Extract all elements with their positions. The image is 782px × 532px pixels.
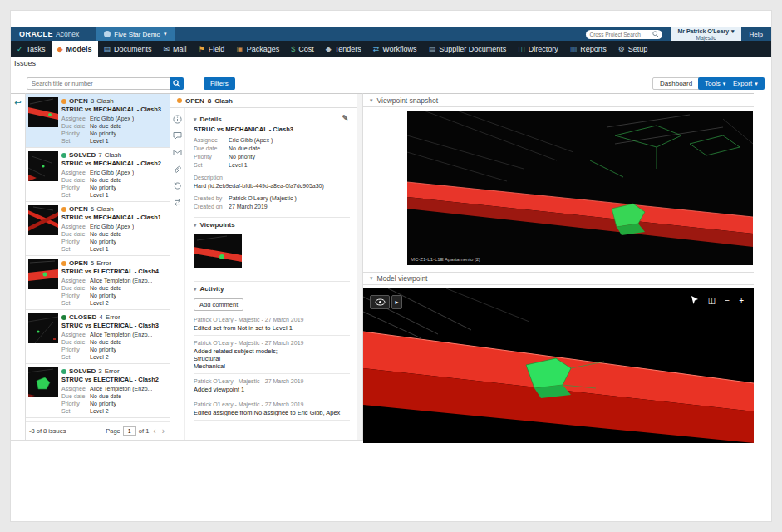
field-label: Assignee	[61, 115, 90, 122]
field-value: Alice Templeton (Enzo...	[90, 277, 152, 284]
project-selector[interactable]: Five Star Demo ▾	[96, 27, 175, 41]
prev-page-icon[interactable]: ‹	[151, 426, 157, 436]
search-icon	[652, 31, 659, 37]
select-cursor-icon[interactable]	[691, 296, 699, 305]
tab-label: Directory	[529, 45, 558, 53]
activity-meta: Patrick O'Leary - Majestic - 27 March 20…	[194, 340, 350, 346]
field-label: Due date	[61, 122, 90, 130]
attachment-icon[interactable]	[173, 165, 182, 174]
tab-label: Workflows	[382, 45, 416, 53]
model-viewpoint-header[interactable]: ▾ Model viewpoint	[363, 272, 754, 285]
dashboard-button[interactable]: Dashboard	[652, 77, 700, 90]
tab-directory[interactable]: ◫Directory	[512, 41, 564, 57]
collapse-panel-icon[interactable]: ↩	[14, 98, 21, 107]
created-on-value: 27 March 2019	[229, 203, 268, 211]
details-section-header[interactable]: ▾ Details ✎	[194, 116, 350, 123]
chevron-down-icon: ▾	[370, 275, 373, 282]
tab-reports[interactable]: ▥Reports	[564, 41, 612, 57]
tab-field[interactable]: ⚑Field	[193, 41, 231, 57]
tab-models[interactable]: ◈Models	[52, 41, 98, 57]
filters-button[interactable]: Filters	[204, 77, 235, 90]
project-name: Five Star Demo	[114, 31, 160, 38]
viewpoints-section-header[interactable]: ▾ Viewpoints	[194, 221, 350, 229]
tab-supplier-documents[interactable]: ▤Supplier Documents	[423, 41, 513, 57]
edit-pencil-icon[interactable]: ✎	[342, 114, 348, 122]
field-label: Priority	[61, 346, 90, 353]
issue-subject: STRUC vs MECHANICAL - Clash2	[61, 160, 167, 167]
tab-documents[interactable]: ▤Documents	[98, 41, 158, 57]
issue-thumbnail	[28, 259, 58, 289]
zoom-out-icon[interactable]: −	[725, 297, 730, 305]
issue-subject: STRUC vs MECHANICAL - Clash1	[61, 214, 167, 221]
history-icon[interactable]	[173, 181, 182, 190]
cross-project-search[interactable]	[586, 30, 662, 39]
issue-count: -8 of 8 issues	[29, 427, 66, 435]
expand-toolbar-button[interactable]: ▸	[391, 295, 402, 309]
activity-entry: Patrick O'Leary - Majestic - 27 March 20…	[194, 313, 350, 336]
list-item[interactable]: OPEN5Error STRUC vs ELECTRICAL - Clash4 …	[26, 256, 170, 310]
issue-search-input[interactable]	[27, 77, 170, 90]
tab-setup[interactable]: ⚙Setup	[612, 41, 654, 57]
brand-oracle: ORACLE	[19, 30, 53, 38]
zoom-in-icon[interactable]: +	[739, 297, 744, 305]
diamond-icon: ◆	[326, 46, 332, 53]
page-number-input[interactable]	[123, 426, 136, 436]
next-page-icon[interactable]: ›	[160, 426, 166, 436]
field-value: No due date	[90, 284, 121, 292]
created-on-label: Created on	[194, 203, 229, 211]
gear-icon: ⚙	[618, 46, 625, 53]
search-button[interactable]	[170, 77, 184, 90]
tab-tasks[interactable]: ✓Tasks	[11, 41, 52, 57]
export-label: Export	[733, 80, 752, 87]
tab-label: Reports	[580, 45, 607, 53]
tab-label: Models	[66, 45, 91, 53]
issue-detail-panel: OPEN 8 Clash ▾ Details ✎ STRUC vs MECHAN…	[170, 93, 357, 441]
activity-section-header[interactable]: ▾ Activity	[194, 285, 350, 293]
viewpoint-snapshot-header[interactable]: ▾ Viewpoint snapshot	[363, 94, 754, 107]
issue-type: Clash	[105, 151, 121, 159]
list-item[interactable]: OPEN8Clash STRUC vs MECHANICAL - Clash3 …	[26, 94, 170, 148]
issue-type: Error	[96, 259, 111, 267]
list-item[interactable]: CLOSED4Error STRUC vs ELECTRICAL - Clash…	[26, 310, 170, 364]
viewpoint-panel: ▾ Viewpoint snapshot MC-Z1-L1-L1E Aparta	[363, 93, 754, 441]
cube-icon: ◈	[57, 46, 63, 53]
tab-packages[interactable]: ▣Packages	[230, 41, 285, 57]
field-value: No due date	[229, 145, 260, 153]
info-icon[interactable]	[173, 115, 182, 124]
split-view-icon[interactable]: ◫	[708, 297, 716, 305]
toolbar: Filters Dashboard Tools▾ Export▾	[11, 77, 771, 92]
tab-workflows[interactable]: ⇄Workflows	[367, 41, 423, 57]
mail-icon[interactable]	[173, 148, 182, 157]
visibility-eye-button[interactable]	[370, 295, 390, 309]
panel-splitter[interactable]	[357, 93, 363, 441]
add-comment-button[interactable]: Add comment	[194, 298, 243, 311]
viewpoint-thumbnail[interactable]	[194, 234, 242, 268]
tab-label: Tasks	[27, 45, 46, 53]
tab-mail[interactable]: ✉Mail	[158, 41, 193, 57]
list-item[interactable]: SOLVED7Clash STRUC vs MECHANICAL - Clash…	[26, 148, 170, 202]
comment-icon[interactable]	[173, 131, 182, 140]
field-label: Priority	[61, 292, 90, 299]
tab-cost[interactable]: $Cost	[285, 41, 320, 57]
list-footer: -8 of 8 issues Page of 1 ‹ ›	[26, 421, 170, 440]
help-link[interactable]: Help	[741, 31, 771, 38]
field-value: Level 1	[90, 137, 109, 145]
list-item[interactable]: OPEN6Clash STRUC vs MECHANICAL - Clash1 …	[26, 202, 170, 256]
viewpoints-section-label: Viewpoints	[200, 221, 235, 229]
model-viewer[interactable]: ▸ ◫ − +	[363, 288, 754, 443]
user-menu[interactable]: Mr Patrick O'Leary▾ Majestic	[671, 27, 740, 41]
tab-label: Packages	[247, 45, 280, 53]
project-icon	[104, 31, 111, 37]
tab-tenders[interactable]: ◆Tenders	[320, 41, 367, 57]
field-value: No priority	[90, 346, 116, 353]
cross-project-search-input[interactable]	[589, 32, 652, 37]
export-button[interactable]: Export▾	[726, 77, 765, 90]
issue-type: Clash	[96, 205, 113, 213]
field-label: Assignee	[194, 136, 229, 145]
list-item[interactable]: SOLVED3Error STRUC vs ELECTRICAL - Clash…	[26, 364, 170, 418]
issue-subject: STRUC vs ELECTRICAL - Clash2	[61, 376, 167, 383]
field-label: Due date	[61, 392, 90, 400]
chevron-down-icon: ▾	[194, 286, 197, 293]
issue-subject: STRUC vs ELECTRICAL - Clash4	[61, 268, 167, 275]
transfer-icon[interactable]	[173, 198, 182, 207]
